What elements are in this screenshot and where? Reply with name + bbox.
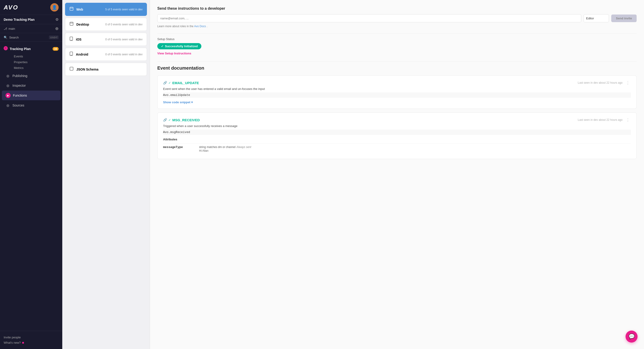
attr-value-message-type: Hi Allan xyxy=(199,149,631,152)
workspace-row: Demo Tracking Plan ⚙ xyxy=(0,15,62,24)
web-source-icon xyxy=(70,7,74,12)
invite-note: Learn more about roles in the Avo Docs . xyxy=(157,25,636,28)
ios-source-name: iOS xyxy=(76,37,82,41)
whats-new-link[interactable]: What's new? xyxy=(4,340,58,345)
web-source-meta: 5 of 5 events seen valid in dev xyxy=(106,8,142,11)
branch-icon: ⎇ xyxy=(4,27,7,30)
avo-docs-link[interactable]: Avo Docs xyxy=(194,25,206,28)
event-header-email-update: 🔗 ✓ EMAIL_UPDATE Last seen in dev about … xyxy=(163,80,631,85)
sidebar-item-publishing[interactable]: ◎ Publishing xyxy=(2,71,60,80)
avatar[interactable]: 👤 xyxy=(50,3,58,11)
event-code-email: Avo.emailUpdate xyxy=(163,92,631,98)
event-name-email-update: EMAIL_UPDATE xyxy=(172,81,199,85)
source-item-json-schema[interactable]: JSON Schema xyxy=(65,63,147,76)
event-doc-section: Event documentation 🔗 ✓ EMAIL_UPDATE Las… xyxy=(157,65,636,159)
success-badge: ✓ Successfully Initialized xyxy=(157,43,201,49)
attr-row-message-type: messageType string matches dm or channel… xyxy=(163,143,631,154)
search-row[interactable]: 🔍 Search cmd+f xyxy=(0,33,62,42)
check-icon-msg: ✓ xyxy=(168,118,171,122)
send-instructions-title: Send these instructions to a developer xyxy=(157,6,636,10)
event-desc-msg: Triggered when a user successfully recei… xyxy=(163,124,631,128)
functions-icon: ▶ xyxy=(6,93,10,98)
workspace-name: Demo Tracking Plan xyxy=(4,18,34,21)
sidebar-item-functions[interactable]: ▶ Functions xyxy=(2,91,60,100)
sidebar-item-properties[interactable]: Properties xyxy=(10,59,62,65)
event-name-row-msg: 🔗 ✓ MSG_RECEIVED xyxy=(163,118,200,122)
event-last-seen-email: Last seen in dev about 22 hours ago xyxy=(578,81,622,84)
sidebar-header: avo 👤 xyxy=(0,0,62,15)
gear-icon[interactable]: ⚙ xyxy=(55,17,58,22)
event-header-msg-received: 🔗 ✓ MSG_RECEIVED Last seen in dev about … xyxy=(163,117,631,122)
android-source-meta: 0 of 0 events seen valid in dev xyxy=(106,53,142,56)
email-input[interactable] xyxy=(157,14,581,22)
web-source-name: Web xyxy=(76,7,83,11)
link-icon-msg: 🔗 xyxy=(163,118,167,122)
event-last-seen-msg: Last seen in dev about 22 hours ago xyxy=(578,118,622,121)
invite-row: Editor Viewer Admin Send invite xyxy=(157,14,636,22)
event-more-btn-email[interactable]: ⋮ xyxy=(625,80,631,85)
source-item-desktop[interactable]: Desktop 0 of 0 events seen valid in dev xyxy=(65,18,147,31)
search-icon: 🔍 xyxy=(4,36,8,39)
new-dot-icon xyxy=(22,342,24,344)
source-item-ios[interactable]: iOS 0 of 0 events seen valid in dev xyxy=(65,33,147,46)
nav-section: 🅜 Tracking Plan 34 Events Properties Met… xyxy=(0,42,62,113)
attr-name-message-type: messageType xyxy=(163,145,195,149)
logo: avo xyxy=(4,4,18,11)
sidebar-item-sources[interactable]: ◎ Sources xyxy=(2,101,60,110)
middle-panel: Web 5 of 5 events seen valid in dev Desk… xyxy=(62,0,150,349)
event-name-row: 🔗 ✓ EMAIL_UPDATE xyxy=(163,81,199,85)
divider-1 xyxy=(157,33,636,34)
svg-rect-8 xyxy=(70,67,73,70)
svg-rect-2 xyxy=(70,22,73,25)
search-shortcut: cmd+f xyxy=(49,35,58,39)
event-card-msg-received: 🔗 ✓ MSG_RECEIVED Last seen in dev about … xyxy=(157,112,636,159)
svg-rect-0 xyxy=(70,7,73,10)
sidebar-item-events[interactable]: Events xyxy=(10,53,62,59)
ios-source-icon xyxy=(70,37,73,42)
view-setup-instructions-link[interactable]: View Setup Instructions xyxy=(157,52,636,55)
sidebar-item-metrics[interactable]: Metrics xyxy=(10,65,62,71)
invite-people-link[interactable]: Invite people xyxy=(4,335,58,340)
event-name-msg-received: MSG_RECEIVED xyxy=(172,118,200,122)
send-instructions-section: Send these instructions to a developer E… xyxy=(157,6,636,28)
event-more-btn-msg[interactable]: ⋮ xyxy=(625,117,631,122)
tracking-plan-badge: 34 xyxy=(52,47,58,51)
event-card-email-update: 🔗 ✓ EMAIL_UPDATE Last seen in dev about … xyxy=(157,75,636,109)
chat-icon: 💬 xyxy=(628,334,635,340)
setup-status-section: Setup Status ✓ Successfully Initialized … xyxy=(157,37,636,55)
json-schema-source-icon xyxy=(70,67,74,72)
tracking-plan-icon: 🅜 xyxy=(4,46,8,51)
chevron-down-icon: ▾ xyxy=(191,100,193,104)
status-label: Setup Status xyxy=(157,37,636,41)
desktop-source-meta: 0 of 0 events seen valid in dev xyxy=(106,23,142,26)
sidebar: avo 👤 Demo Tracking Plan ⚙ ⎇ main ⊕ 🔍 Se… xyxy=(0,0,62,349)
sidebar-item-tracking-plan[interactable]: 🅜 Tracking Plan 34 xyxy=(0,44,62,53)
source-item-web[interactable]: Web 5 of 5 events seen valid in dev xyxy=(65,3,147,16)
attributes-label: Attributes xyxy=(163,138,631,141)
event-desc-email: Event sent when the user has entered a v… xyxy=(163,87,631,91)
show-snippet-btn-email[interactable]: Show code snippet ▾ xyxy=(163,100,193,104)
main-content: Send these instructions to a developer E… xyxy=(150,0,644,349)
check-icon-email: ✓ xyxy=(168,81,171,85)
android-source-name: Android xyxy=(76,52,88,56)
sub-nav: Events Properties Metrics xyxy=(0,53,62,71)
check-icon: ✓ xyxy=(161,44,164,48)
json-schema-source-name: JSON Schema xyxy=(76,67,98,71)
branch-name: ⎇ main xyxy=(4,27,15,30)
role-select[interactable]: Editor Viewer Admin xyxy=(584,14,609,22)
inspector-icon: ◎ xyxy=(6,83,10,88)
event-doc-title: Event documentation xyxy=(157,65,636,71)
sources-icon: ◎ xyxy=(6,103,10,108)
add-branch-icon[interactable]: ⊕ xyxy=(55,26,58,31)
source-item-android[interactable]: Android 0 of 0 events seen valid in dev xyxy=(65,48,147,61)
desktop-source-name: Desktop xyxy=(76,22,89,26)
attr-meta-message-type: string matches dm or channel Always sent xyxy=(199,145,631,149)
chat-button[interactable]: 💬 xyxy=(626,331,638,343)
ios-source-meta: 0 of 0 events seen valid in dev xyxy=(106,38,142,41)
event-code-msg: Avo.msgReceived xyxy=(163,130,631,135)
sidebar-item-inspector[interactable]: ◎ Inspector xyxy=(2,81,60,90)
send-invite-button[interactable]: Send invite xyxy=(611,14,636,22)
sidebar-footer: Invite people What's new? xyxy=(0,331,62,349)
publishing-icon: ◎ xyxy=(6,73,10,78)
search-label: 🔍 Search xyxy=(4,36,19,39)
